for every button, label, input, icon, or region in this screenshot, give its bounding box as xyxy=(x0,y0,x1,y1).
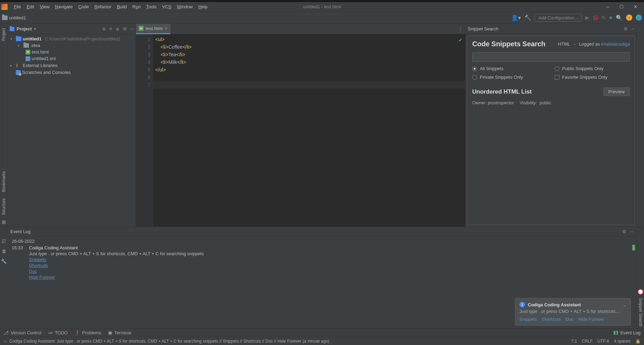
search-icon[interactable]: 🔍 xyxy=(616,15,623,21)
editor-tab-test-html[interactable]: H test.html ✕ xyxy=(136,24,170,34)
tree-idea-folder[interactable]: .idea xyxy=(8,42,136,49)
hide-icon[interactable]: ─ xyxy=(130,26,133,31)
menu-help[interactable]: Help xyxy=(196,4,210,9)
build-icon[interactable]: 🔨 xyxy=(524,15,531,21)
filter-private-only[interactable]: Private Snippets Only xyxy=(472,75,548,80)
ide-updates-icon[interactable]: ↑ xyxy=(626,15,632,21)
menu-edit[interactable]: Edit xyxy=(24,4,37,9)
event-date: 26-05-2022 xyxy=(12,239,632,244)
event-entry-text: Just type . or press CMD + ALT + S for s… xyxy=(29,251,632,256)
notif-link-shortcuts[interactable]: Shortcuts xyxy=(542,317,561,322)
tree-root[interactable]: untitled1 C:\Users\Khalid\IdeaProjects\u… xyxy=(8,36,136,42)
menu-file[interactable]: File xyxy=(11,4,24,9)
menu-build[interactable]: Build xyxy=(114,4,130,9)
file-encoding[interactable]: UTF-8 xyxy=(597,339,609,344)
menu-vcs[interactable]: VCS xyxy=(159,4,174,9)
tree-file-html[interactable]: H test.html xyxy=(8,49,136,55)
filter-public-only[interactable]: Public Snippets Only xyxy=(555,66,630,71)
indent-setting[interactable]: 4 spaces xyxy=(614,339,631,344)
menu-window[interactable]: Window xyxy=(174,4,196,9)
tool-terminal[interactable]: ▣Terminal xyxy=(108,330,131,335)
iml-file-icon xyxy=(26,56,30,61)
cursor-position[interactable]: 7:1 xyxy=(571,339,577,344)
hide-icon[interactable]: ─ xyxy=(631,229,634,234)
tool-event-log[interactable]: 1 Event Log xyxy=(614,330,641,335)
run-icon[interactable]: ▶ xyxy=(585,15,589,20)
editor-more-icon[interactable]: ⋮ xyxy=(455,26,465,31)
rail-snippet-search[interactable]: Snippet Search xyxy=(638,296,643,328)
intellij-logo-icon xyxy=(1,4,8,10)
chevron-down-icon[interactable]: ⌄ xyxy=(623,302,626,307)
tool-problems[interactable]: ❗Problems xyxy=(75,330,101,335)
tool-version-control[interactable]: ⎇Version Control xyxy=(3,330,41,335)
collapse-all-icon[interactable]: ≣ xyxy=(116,26,119,31)
event-link-doc[interactable]: Doc xyxy=(29,269,37,274)
lock-icon[interactable]: 🔒 xyxy=(635,339,641,344)
breadcrumb-root[interactable]: untitled1 xyxy=(9,15,26,20)
snippet-title: Code Snippets Search xyxy=(472,40,545,48)
minimize-icon[interactable]: ─ xyxy=(605,4,610,9)
right-tool-rail xyxy=(636,24,644,227)
chevron-down-icon[interactable]: ▾ xyxy=(34,26,36,31)
tree-file-iml[interactable]: untitled1.iml xyxy=(8,55,136,62)
menu-code[interactable]: Code xyxy=(76,4,92,9)
left-tool-rail: Project Bookmarks Structure ▦ xyxy=(0,24,8,227)
event-log-panel: ☑ 🗑 🔧 Event Log ⚙ ─ 26-05-2022 16:33 Cod… xyxy=(0,227,644,328)
info-icon: i xyxy=(519,302,525,307)
gear-icon[interactable]: ⚙ xyxy=(624,26,628,31)
project-view-icon xyxy=(10,27,14,31)
mark-read-icon[interactable]: ☑ xyxy=(2,239,6,244)
tree-external-libs[interactable]: ⫴ External Libraries xyxy=(8,62,136,69)
event-link-shortcuts[interactable]: Shortcuts xyxy=(29,263,48,268)
menu-navigate[interactable]: Navigate xyxy=(52,4,75,9)
notif-link-snippets[interactable]: Snippets xyxy=(519,317,537,322)
codiga-rail-icon[interactable] xyxy=(638,289,643,295)
event-link-snippets[interactable]: Snippets xyxy=(29,257,47,262)
notif-link-hide[interactable]: Hide Forever xyxy=(578,317,604,322)
close-icon[interactable]: ✕ xyxy=(633,4,638,9)
menu-refactor[interactable]: Refactor xyxy=(92,4,114,9)
tool-todo[interactable]: ≔TODO xyxy=(48,330,68,335)
event-time: 16:33 xyxy=(12,245,29,280)
logged-user-link[interactable]: khalidatcodiga xyxy=(601,41,630,47)
hide-icon[interactable]: ─ xyxy=(631,26,634,31)
debug-icon[interactable]: 🐞 xyxy=(593,15,598,20)
notification-popup: i Codiga Coding Assistant ⌄ Just type . … xyxy=(515,298,631,326)
wrench-icon[interactable]: 🔧 xyxy=(1,259,7,264)
menu-run[interactable]: Run xyxy=(130,4,143,9)
run-config-selector[interactable]: Add Configuration... xyxy=(535,14,582,22)
notif-title: Codiga Coding Assistant xyxy=(528,302,581,307)
menu-view[interactable]: View xyxy=(37,4,52,9)
tab-close-icon[interactable]: ✕ xyxy=(165,26,168,31)
menu-tools[interactable]: Tools xyxy=(143,4,159,9)
project-panel-title[interactable]: Project xyxy=(17,26,32,31)
scrollbar-marker xyxy=(632,245,635,250)
tree-scratches[interactable]: Scratches and Consoles xyxy=(8,69,136,76)
scratches-icon xyxy=(16,70,21,75)
locate-icon[interactable]: ⊕ xyxy=(102,26,106,31)
maximize-icon[interactable]: ☐ xyxy=(619,4,624,9)
event-link-hide[interactable]: Hide Forever xyxy=(29,275,55,280)
status-icon: ▭ xyxy=(3,339,7,344)
rail-structure[interactable]: Structure xyxy=(1,196,6,217)
notif-link-doc[interactable]: Doc xyxy=(566,317,574,322)
code-editor[interactable]: 1234567 <ul> <li>Coffee</li> <li>Tea</li… xyxy=(136,34,465,227)
filter-all-snippets[interactable]: All Snippets xyxy=(472,66,548,71)
inspection-ok-icon[interactable]: ✔ xyxy=(458,36,463,44)
add-user-icon[interactable]: 👤▾ xyxy=(511,15,521,21)
trash-icon[interactable]: 🗑 xyxy=(2,249,6,254)
rail-bookmarks[interactable]: Bookmarks xyxy=(1,169,6,194)
folder-icon xyxy=(23,43,29,48)
stop-icon[interactable]: ■ xyxy=(610,15,612,20)
preview-button[interactable]: Preview xyxy=(603,87,630,96)
line-separator[interactable]: CRLF xyxy=(582,339,593,344)
snippet-search-input[interactable] xyxy=(472,52,630,62)
rail-project[interactable]: Project xyxy=(1,26,6,43)
gear-icon[interactable]: ⚙ xyxy=(622,229,626,234)
filter-favorite-only[interactable]: Favorite Snippets Only xyxy=(555,75,630,80)
coverage-icon[interactable]: ↻ xyxy=(602,15,606,20)
gear-icon[interactable]: ⚙ xyxy=(123,26,127,31)
codiga-plugin-icon[interactable] xyxy=(636,15,642,21)
expand-all-icon[interactable]: ≡ xyxy=(109,26,112,31)
tool-window-icon[interactable]: ▦ xyxy=(2,219,6,227)
